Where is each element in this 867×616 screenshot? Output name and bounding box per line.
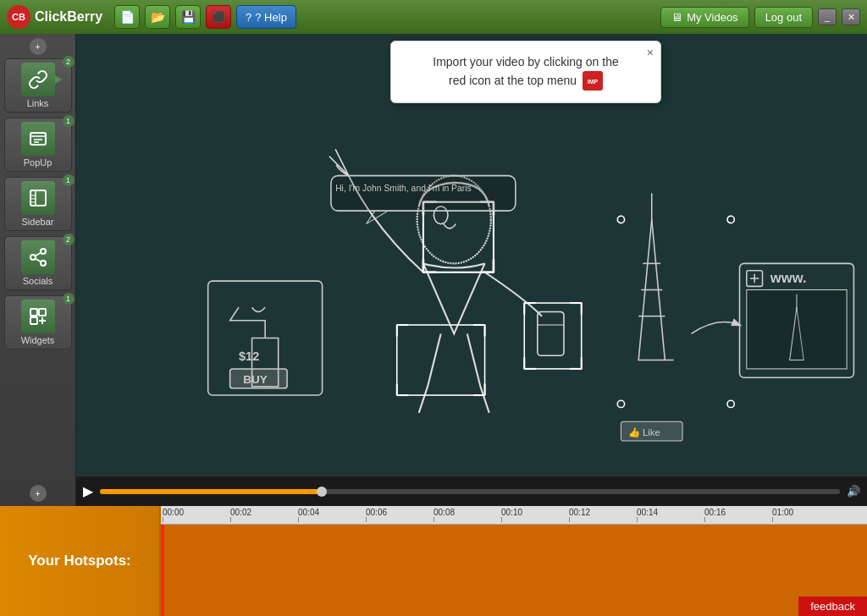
tick-line-6 (569, 517, 570, 522)
sidebar-item-label: Sidebar (22, 217, 54, 227)
open-file-icon: 📂 (151, 10, 165, 24)
app-title: ClickBerry (35, 9, 102, 25)
socials-badge: 2 (63, 234, 75, 245)
svg-rect-0 (30, 133, 46, 145)
minimize-icon: _ (825, 12, 830, 22)
tick-line-7 (637, 517, 638, 522)
links-arrow (55, 75, 62, 84)
tick-line-2 (298, 517, 299, 522)
sidebar-icon (28, 188, 48, 208)
monitor-icon: 🖥 (671, 11, 682, 24)
ruler-tick-7: 00:14 (635, 508, 703, 522)
feedback-label: feedback (810, 600, 855, 613)
topbar-right: 🖥 My Videos Log out _ ✕ (660, 7, 860, 28)
logout-label: Log out (765, 11, 802, 24)
svg-text:👍 Like: 👍 Like (628, 426, 660, 438)
svg-text:IMP: IMP (588, 79, 599, 85)
socials-icon (28, 247, 48, 267)
ruler-tick-3: 00:06 (364, 508, 432, 522)
svg-rect-53 (331, 176, 516, 212)
help-icon: ? (246, 11, 251, 24)
svg-rect-16 (30, 317, 37, 324)
volume-button[interactable]: 🔊 (847, 485, 860, 498)
logo-area: CB ClickBerry (7, 5, 102, 29)
tick-label-3: 00:06 (364, 508, 387, 517)
svg-line-13 (35, 253, 41, 256)
tooltip-text: Import your video by clicking on the red… (406, 53, 645, 91)
new-file-button[interactable]: 📄 (114, 5, 140, 29)
svg-rect-24 (538, 311, 564, 355)
svg-point-10 (30, 255, 36, 260)
help-label: ? Help (255, 11, 287, 24)
tooltip-red-icon-svg: IMP (586, 76, 599, 86)
close-icon: ✕ (848, 12, 855, 23)
tick-label-9: 01:00 (770, 508, 793, 517)
popup-icon (28, 129, 48, 149)
svg-text:www.: www. (770, 270, 807, 286)
widgets-badge: 1 (63, 293, 75, 305)
tick-line-1 (230, 517, 231, 522)
popup-badge: 1 (63, 115, 75, 127)
close-button[interactable]: ✕ (842, 8, 860, 25)
tooltip-close-button[interactable]: × (647, 46, 654, 59)
svg-line-12 (35, 259, 41, 262)
tick-label-2: 00:04 (296, 508, 319, 517)
logout-button[interactable]: Log out (754, 7, 813, 28)
play-button[interactable]: ▶ (83, 483, 93, 499)
tick-label-8: 00:16 (703, 508, 726, 517)
new-file-icon: 📄 (120, 10, 135, 24)
save-file-icon: 💾 (181, 10, 196, 24)
svg-point-70 (727, 216, 734, 223)
ruler-tick-6: 00:12 (567, 508, 635, 522)
sidebar-icon-area (21, 181, 55, 215)
main-layout: + 2 Links 1 (0, 34, 867, 506)
svg-point-11 (41, 261, 46, 266)
svg-text:Hi, I'm John Smith, and I'm in: Hi, I'm John Smith, and I'm in Paris (335, 184, 472, 193)
tick-label-1: 00:02 (229, 508, 251, 517)
tick-label-7: 00:14 (635, 508, 658, 517)
sidebar-badge: 1 (63, 174, 75, 186)
progress-thumb (317, 487, 327, 497)
save-file-button[interactable]: 💾 (175, 5, 201, 29)
sidebar-item-socials[interactable]: 2 Socials (4, 236, 72, 290)
sidebar-item-widgets[interactable]: 1 Widgets (4, 295, 72, 349)
svg-text:$12: $12 (239, 349, 259, 363)
links-badge: 2 (63, 56, 75, 68)
socials-label: Socials (23, 276, 52, 286)
sidebar-item-popup[interactable]: 1 PopUp (4, 118, 72, 172)
ruler-tick-2: 00:04 (296, 508, 364, 522)
tick-line-0 (163, 517, 163, 522)
tick-label-5: 00:10 (500, 508, 522, 517)
open-file-button[interactable]: 📂 (145, 5, 170, 29)
tick-label-4: 00:08 (432, 508, 455, 517)
sidebar-item-sidebar[interactable]: 1 Sidebar (4, 177, 72, 231)
logo-icon: CB (7, 5, 30, 29)
svg-point-71 (617, 400, 624, 407)
widgets-icon-area (21, 300, 55, 333)
tick-line-8 (704, 517, 705, 522)
tick-line-4 (434, 517, 434, 522)
links-icon-area (21, 63, 55, 96)
popup-icon-area (21, 122, 55, 156)
feedback-button[interactable]: feedback (798, 597, 867, 616)
video-controls: ▶ 🔊 (76, 476, 867, 506)
timeline-track[interactable] (161, 525, 867, 616)
import-video-button[interactable]: ⬛ (206, 5, 231, 29)
svg-point-69 (617, 216, 624, 223)
import-icon: ⬛ (213, 11, 225, 23)
sidebar-item-links[interactable]: 2 Links (4, 58, 72, 113)
socials-icon-area (21, 240, 55, 274)
timeline-ruler: 00:00 00:02 00:04 00:06 00:08 (161, 506, 867, 525)
svg-rect-4 (30, 190, 46, 206)
my-videos-button[interactable]: 🖥 My Videos (660, 7, 748, 28)
minimize-button[interactable]: _ (818, 8, 837, 25)
progress-bar[interactable] (100, 489, 840, 494)
hotspots-label: Your Hotspots: (0, 506, 161, 616)
timeline-playhead (161, 525, 164, 616)
help-button[interactable]: ? ? Help (236, 5, 296, 29)
widgets-icon (28, 306, 48, 327)
sidebar-top-add[interactable]: + (30, 38, 47, 55)
tick-label-6: 00:12 (567, 508, 590, 517)
hotspots-label-text: Your Hotspots: (28, 553, 131, 569)
sidebar-bottom-btn[interactable]: + (30, 485, 47, 502)
